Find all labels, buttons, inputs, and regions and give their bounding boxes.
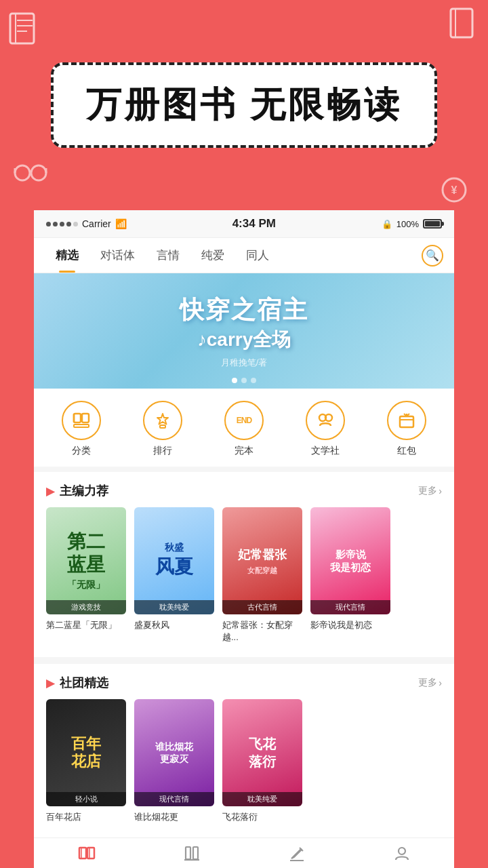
quick-icons-section: 分类 排行 END 完本 文学社 (34, 389, 454, 472)
club-book-cover-2: 谁比烟花更寂灭 现代言情 (134, 699, 214, 806)
svg-rect-5 (451, 9, 472, 37)
category-label: 分类 (72, 445, 91, 457)
book-cover-1: 第二蓝星 「无限」 游戏竞技 (46, 507, 126, 614)
book-tag-1: 游戏竞技 (46, 600, 126, 614)
quick-icon-redpacket[interactable]: 红包 (387, 401, 426, 457)
book-tag-3: 古代言情 (222, 600, 302, 614)
svg-rect-25 (87, 848, 94, 859)
hero-title: 快穿之宿主 (180, 294, 308, 327)
clock: 4:34 PM (232, 217, 276, 231)
svg-rect-0 (10, 14, 34, 43)
carrier-label: Carrier (82, 218, 111, 229)
hero-dots (232, 378, 256, 383)
editor-picks-header: ▶ 主编力荐 更多 › (34, 472, 454, 507)
nav-bookstore[interactable]: 书城 (34, 845, 139, 868)
quick-icon-ranking[interactable]: 排行 (143, 401, 182, 457)
hero-dot-1 (232, 378, 237, 383)
club-book-tag-3: 耽美纯爱 (222, 792, 302, 806)
club-book-tag-1: 轻小说 (46, 792, 126, 806)
svg-point-7 (15, 165, 30, 180)
headline-text: 万册图书 无限畅读 (86, 85, 402, 124)
tab-romance[interactable]: 言情 (146, 238, 190, 273)
literary-label: 文学社 (311, 445, 340, 457)
book-title-1: 第二蓝星「无限」 (46, 619, 126, 631)
search-icon: 🔍 (426, 249, 439, 262)
quick-icon-completed[interactable]: END 完本 (224, 401, 264, 457)
headline-box: 万册图书 无限畅读 (51, 62, 437, 148)
book-tag-4: 现代言情 (310, 600, 390, 614)
nav-create[interactable]: 创作 (244, 845, 349, 868)
book-title-4: 影帝说我是初恋 (310, 619, 390, 631)
club-book-cover-3: 飞花落衍 耽美纯爱 (222, 699, 302, 806)
club-picks-title: ▶ 社团精选 (46, 675, 108, 691)
svg-rect-18 (160, 425, 165, 428)
signal-dots (46, 222, 78, 226)
create-icon (288, 845, 306, 867)
battery-percent: 100% (396, 219, 419, 229)
book-card-3[interactable]: 妃常嚣张 女配穿越 古代言情 妃常嚣张：女配穿越... (222, 507, 302, 644)
ranking-label: 排行 (153, 445, 172, 457)
completed-label: 完本 (235, 445, 253, 457)
quick-icon-category[interactable]: 分类 (62, 401, 101, 457)
club-picks-more[interactable]: 更多 › (418, 677, 442, 689)
editor-picks-more[interactable]: 更多 › (418, 485, 442, 497)
nav-bookshelf[interactable]: 书架 (139, 845, 244, 868)
hero-dot-2 (241, 378, 247, 383)
status-bar: Carrier 📶 4:34 PM 🔒 100% (34, 210, 454, 238)
quick-icon-literary[interactable]: 文学社 (306, 401, 345, 457)
club-book-tag-2: 现代言情 (134, 792, 214, 806)
svg-rect-27 (186, 847, 190, 859)
nav-profile[interactable]: 我的 (349, 845, 454, 868)
svg-point-8 (31, 165, 46, 180)
deco-coin: ¥ (441, 176, 468, 203)
club-book-card-2[interactable]: 谁比烟花更寂灭 现代言情 谁比烟花更 (134, 699, 214, 823)
lock-icon: 🔒 (382, 219, 392, 229)
club-picks-grid: 百年花店 轻小说 百年花店 谁比烟花更寂灭 现代言情 谁比烟花更 (34, 699, 454, 837)
tab-pure-love[interactable]: 纯爱 (190, 238, 235, 273)
book-card-1[interactable]: 第二蓝星 「无限」 游戏竞技 第二蓝星「无限」 (46, 507, 126, 644)
club-book-title-3: 飞花落衍 (222, 811, 302, 823)
svg-rect-16 (82, 414, 89, 422)
bookstore-icon (78, 845, 96, 867)
battery-icon (423, 219, 442, 229)
svg-point-31 (399, 848, 405, 854)
book-tag-2: 耽美纯爱 (134, 600, 214, 614)
profile-icon (393, 845, 411, 867)
tab-featured[interactable]: 精选 (45, 238, 89, 273)
category-icon (62, 401, 101, 440)
book-cover-3: 妃常嚣张 女配穿越 古代言情 (222, 507, 302, 614)
club-book-card-1[interactable]: 百年花店 轻小说 百年花店 (46, 699, 126, 823)
club-book-title-2: 谁比烟花更 (134, 811, 214, 823)
bookshelf-icon (183, 845, 201, 867)
search-button[interactable]: 🔍 (422, 245, 443, 267)
book-card-2[interactable]: 秋盛 风夏 耽美纯爱 盛夏秋风 (134, 507, 214, 644)
nav-tabs: 精选 对话体 言情 纯爱 同人 🔍 (34, 238, 454, 273)
hero-author: 月稚挽笔/著 (180, 357, 308, 369)
svg-rect-23 (79, 848, 86, 859)
chevron-right-icon: › (439, 486, 442, 496)
tab-dialogue[interactable]: 对话体 (89, 238, 146, 273)
wifi-icon: 📶 (115, 218, 127, 229)
editor-picks-title: ▶ 主编力荐 (46, 483, 108, 499)
deco-glasses (14, 156, 47, 190)
club-picks-header: ▶ 社团精选 更多 › (34, 664, 454, 699)
completed-icon: END (224, 401, 264, 440)
club-book-card-3[interactable]: 飞花落衍 耽美纯爱 飞花落衍 (222, 699, 302, 823)
book-card-4[interactable]: 影帝说我是初恋 现代言情 影帝说我是初恋 (310, 507, 390, 644)
club-picks-section: ▶ 社团精选 更多 › 百年花店 轻小说 百年花店 (34, 664, 454, 837)
club-book-cover-1: 百年花店 轻小说 (46, 699, 126, 806)
top-banner: ¥ 万册图书 无限畅读 (0, 0, 488, 210)
redpacket-label: 红包 (397, 445, 416, 457)
chevron-right-icon-2: › (439, 677, 442, 688)
book-title-3: 妃常嚣张：女配穿越... (222, 619, 302, 644)
tab-fanfic[interactable]: 同人 (235, 238, 280, 273)
ranking-icon (143, 401, 182, 440)
section-arrow-icon-2: ▶ (46, 677, 54, 690)
hero-banner[interactable]: 快穿之宿主 ♪carry全场 月稚挽笔/著 (34, 273, 454, 389)
hero-subtitle: ♪carry全场 (180, 327, 308, 353)
hero-content: 快穿之宿主 ♪carry全场 月稚挽笔/著 (180, 294, 308, 369)
club-book-title-1: 百年花店 (46, 811, 126, 823)
section-divider (34, 657, 454, 664)
svg-rect-14 (74, 414, 81, 422)
literary-icon (306, 401, 345, 440)
